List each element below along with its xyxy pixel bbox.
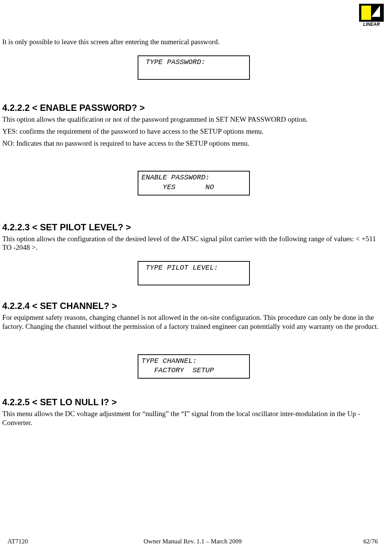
lcd-line-1: TYPE PASSWORD: xyxy=(141,58,246,67)
lcd-line-2 xyxy=(141,67,246,77)
lcd-type-password: TYPE PASSWORD: xyxy=(138,55,250,80)
heading-4-2-2-5: 4.2.2.5 < SET LO NULL I? > xyxy=(2,397,385,408)
lcd-line-2: FACTORY SETUP xyxy=(141,366,246,376)
heading-4-2-2-3: 4.2.2.3 < SET PILOT LEVEL? > xyxy=(2,222,385,233)
lcd-line-1: ENABLE PASSWORD: xyxy=(141,173,246,183)
lcd-line-1: TYPE PILOT LEVEL: xyxy=(141,263,246,273)
svg-rect-1 xyxy=(361,6,371,20)
page-footer: AT7120 Owner Manual Rev. 1.1 – March 200… xyxy=(7,537,378,545)
lcd-type-channel: TYPE CHANNEL: FACTORY SETUP xyxy=(138,354,250,379)
heading-4-2-2-2: 4.2.2.2 < ENABLE PASSWORD? > xyxy=(2,102,385,113)
para-4224-1: For equipment safety reasons, changing c… xyxy=(2,313,385,331)
para-4222-1: This option allows the qualification or … xyxy=(2,115,385,124)
heading-4-2-2-4: 4.2.2.4 < SET CHANNEL? > xyxy=(2,300,385,312)
logo-text: LINEAR xyxy=(363,22,380,27)
para-4222-2: YES: confirms the requirement of the pas… xyxy=(2,127,385,136)
lcd-line-1: TYPE CHANNEL: xyxy=(141,357,246,366)
lcd-line-2: YES NO xyxy=(141,183,246,192)
para-4222-3: NO: Indicates that no password is requir… xyxy=(2,139,385,148)
lcd-line-2 xyxy=(141,273,246,283)
lcd-type-pilot-level: TYPE PILOT LEVEL: xyxy=(138,261,250,285)
page-content: It is only possible to leave this screen… xyxy=(2,5,385,427)
lcd-enable-password: ENABLE PASSWORD: YES NO xyxy=(138,171,250,195)
intro-paragraph: It is only possible to leave this screen… xyxy=(2,37,385,46)
brand-logo: LINEAR xyxy=(359,4,384,27)
para-4223-1: This option allows the configuration of … xyxy=(2,234,385,252)
page: LINEAR It is only possible to leave this… xyxy=(0,0,392,558)
para-4225-1: This menu allows the DC voltage adjustme… xyxy=(2,409,385,427)
linear-logo-icon: LINEAR xyxy=(359,4,384,27)
footer-center: Owner Manual Rev. 1.1 – March 2009 xyxy=(7,537,378,545)
